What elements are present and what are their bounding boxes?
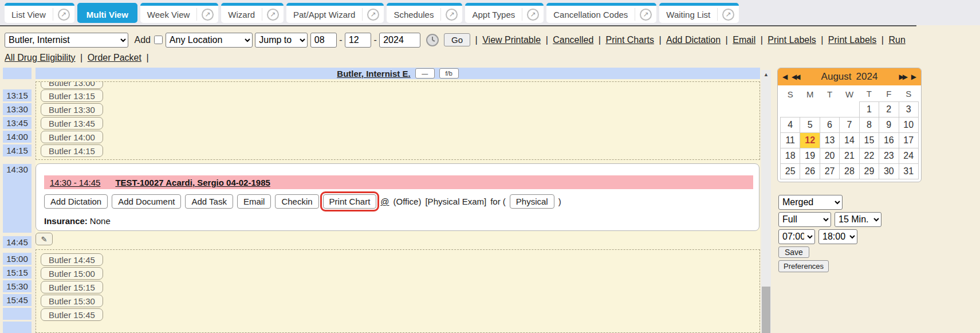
calendar-day-cell[interactable]: 16 bbox=[879, 132, 899, 148]
tab-schedules[interactable]: Schedules ↗ bbox=[387, 3, 462, 23]
preferences-button[interactable]: Preferences bbox=[778, 260, 829, 272]
calendar-day-cell[interactable]: 20 bbox=[820, 148, 839, 163]
calendar-day-cell[interactable]: 8 bbox=[859, 117, 879, 132]
scrollbar-thumb[interactable] bbox=[762, 287, 770, 333]
calendar-day-cell[interactable]: 31 bbox=[899, 163, 918, 179]
popout-icon[interactable]: ↗ bbox=[722, 9, 734, 21]
calendar-day-cell[interactable]: 19 bbox=[800, 148, 820, 163]
appointment-time-link[interactable]: 14:30 - 14:45 bbox=[50, 178, 100, 187]
add-dictation-button[interactable]: Add Dictation bbox=[44, 194, 108, 209]
zoom-select[interactable]: Full bbox=[778, 212, 831, 227]
calendar-day-cell[interactable]: 2 bbox=[879, 101, 899, 117]
link-cancelled[interactable]: Cancelled bbox=[553, 35, 593, 45]
slot-button[interactable]: Butler 13:45 bbox=[41, 117, 103, 130]
add-checkbox[interactable] bbox=[154, 36, 163, 44]
link-view-printable[interactable]: View Printable bbox=[482, 35, 541, 45]
calendar-day-cell[interactable]: 9 bbox=[879, 117, 899, 132]
calendar-day-cell[interactable]: 25 bbox=[781, 163, 800, 179]
email-button[interactable]: Email bbox=[237, 194, 271, 209]
calendar-day-cell[interactable]: 10 bbox=[899, 117, 918, 132]
scroll-up-icon[interactable]: ▲ bbox=[761, 70, 771, 80]
popout-icon[interactable]: ↗ bbox=[367, 9, 379, 21]
calendar-day-cell[interactable]: 3 bbox=[899, 101, 918, 117]
slot-button[interactable]: Butler 14:00 bbox=[41, 131, 103, 143]
save-button[interactable]: Save bbox=[778, 246, 809, 258]
interval-select[interactable]: 15 Min. bbox=[835, 212, 881, 227]
end-time-select[interactable]: 18:00 bbox=[818, 229, 857, 244]
provider-header-link[interactable]: Butler, Internist E. bbox=[337, 69, 410, 79]
link-email[interactable]: Email bbox=[733, 35, 755, 45]
date-day-input[interactable] bbox=[345, 33, 371, 48]
calendar-day-cell[interactable]: 7 bbox=[840, 117, 859, 132]
popout-icon[interactable]: ↗ bbox=[58, 9, 70, 21]
slot-button[interactable]: Butler 15:00 bbox=[41, 267, 103, 280]
collapse-button[interactable]: — bbox=[415, 68, 435, 79]
calendar-back-double-icon[interactable]: ◀◀ bbox=[792, 68, 798, 85]
link-print-labels-2[interactable]: Print Labels bbox=[828, 35, 877, 45]
office-at-link[interactable]: @ bbox=[380, 197, 389, 206]
print-chart-button[interactable]: Print Chart bbox=[323, 194, 377, 209]
popout-icon[interactable]: ↗ bbox=[446, 9, 458, 21]
calendar-day-cell[interactable]: 11 bbox=[781, 132, 800, 148]
calendar-day-cell[interactable]: 14 bbox=[840, 132, 859, 148]
calendar-day-cell[interactable]: 1 bbox=[859, 101, 879, 117]
calendar-forward-double-icon[interactable]: ▶▶ bbox=[899, 68, 906, 85]
link-add-dictation[interactable]: Add Dictation bbox=[666, 35, 721, 45]
calendar-day-cell[interactable]: 29 bbox=[859, 163, 879, 179]
date-month-input[interactable] bbox=[310, 33, 337, 48]
tab-cancellation-codes[interactable]: Cancellation Codes ↗ bbox=[546, 3, 656, 23]
link-print-labels[interactable]: Print Labels bbox=[768, 35, 816, 45]
calendar-forward-icon[interactable]: ▶ bbox=[911, 68, 916, 85]
add-task-button[interactable]: Add Task bbox=[185, 194, 233, 209]
calendar-day-cell[interactable]: 5 bbox=[800, 117, 820, 132]
slot-button[interactable]: Butler 14:45 bbox=[41, 253, 103, 266]
location-select[interactable]: Any Location bbox=[166, 33, 253, 48]
calendar-day-cell[interactable]: 15 bbox=[859, 132, 879, 148]
slot-button[interactable]: Butler 14:15 bbox=[41, 144, 103, 157]
popout-icon[interactable]: ↗ bbox=[640, 9, 652, 21]
calendar-day-cell[interactable]: 30 bbox=[879, 163, 899, 179]
calendar-day-cell[interactable]: 13 bbox=[820, 132, 839, 148]
tab-wizard[interactable]: Wizard ↗ bbox=[221, 3, 284, 23]
tab-multi-view[interactable]: Multi View bbox=[77, 3, 137, 23]
go-button[interactable]: Go bbox=[444, 33, 470, 46]
calendar-day-cell[interactable]: 4 bbox=[781, 117, 800, 132]
popout-icon[interactable]: ↗ bbox=[527, 9, 539, 21]
tab-waiting-list[interactable]: Waiting List ↗ bbox=[659, 3, 739, 23]
popout-icon[interactable]: ↗ bbox=[202, 9, 214, 21]
slot-button[interactable]: Butler 15:45 bbox=[41, 308, 103, 321]
popout-icon[interactable]: ↗ bbox=[267, 9, 279, 21]
calendar-day-cell[interactable]: 22 bbox=[859, 148, 879, 163]
jump-to-select[interactable]: Jump to bbox=[255, 33, 308, 48]
slot-button[interactable]: Butler 13:30 bbox=[41, 103, 103, 116]
calendar-back-icon[interactable]: ◀ bbox=[782, 68, 788, 85]
calendar-day-cell[interactable]: 28 bbox=[840, 163, 859, 179]
add-document-button[interactable]: Add Document bbox=[112, 194, 181, 209]
appointment-type-button[interactable]: Physical bbox=[510, 194, 554, 209]
calendar-day-cell[interactable]: 21 bbox=[840, 148, 859, 163]
calendar-day-cell[interactable]: 26 bbox=[800, 163, 820, 179]
tab-appt-types[interactable]: Appt Types ↗ bbox=[465, 3, 544, 23]
calendar-day-cell[interactable]: 6 bbox=[820, 117, 839, 132]
slot-button[interactable]: Butler 13:00 bbox=[41, 82, 103, 89]
appointment-patient-link[interactable]: TEST-10027 Acardi, Sergio 04-02-1985 bbox=[115, 178, 270, 187]
checkin-button[interactable]: Checkin bbox=[275, 194, 318, 209]
fb-button[interactable]: f/b bbox=[439, 68, 459, 79]
link-order-packet[interactable]: Order Packet bbox=[88, 53, 141, 62]
calendar-day-cell[interactable]: 27 bbox=[820, 163, 839, 179]
link-print-charts[interactable]: Print Charts bbox=[605, 35, 654, 45]
calendar-day-cell[interactable]: 18 bbox=[781, 148, 800, 163]
slot-button[interactable]: Butler 13:15 bbox=[41, 89, 103, 102]
calendar-day-cell[interactable]: 23 bbox=[879, 148, 899, 163]
view-mode-select[interactable]: Merged bbox=[778, 195, 843, 210]
calendar-day-cell[interactable]: 17 bbox=[899, 132, 918, 148]
slot-button[interactable]: Butler 15:30 bbox=[41, 295, 103, 307]
edit-appointment-button[interactable]: ✎ bbox=[36, 233, 53, 245]
tab-pat-appt-wizard[interactable]: Pat/Appt Wizard ↗ bbox=[286, 3, 384, 23]
clock-icon[interactable] bbox=[426, 33, 439, 47]
tab-list-view[interactable]: List View ↗ bbox=[5, 3, 74, 23]
calendar-day-cell[interactable]: 24 bbox=[899, 148, 918, 163]
tab-week-view[interactable]: Week View ↗ bbox=[140, 3, 218, 23]
start-time-select[interactable]: 07:00 bbox=[778, 229, 815, 244]
provider-select[interactable]: Butler, Internist bbox=[5, 33, 128, 48]
